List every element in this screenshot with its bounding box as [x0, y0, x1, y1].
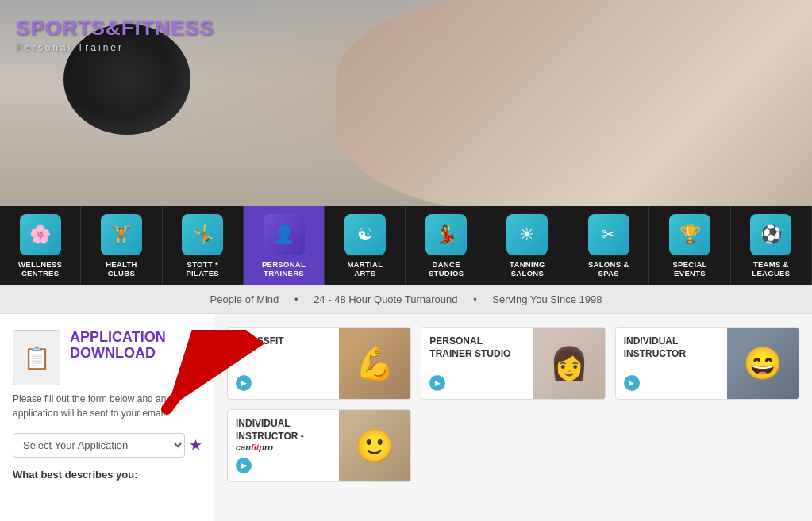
nav-item-personal[interactable]: 👤 PersonalTrainers: [244, 206, 325, 285]
canfit-fit: fit: [251, 442, 259, 452]
right-panel: CrossFit ▶ 💪 PersonalTrainer Studio ▶ 👩: [214, 314, 812, 521]
app-download-description: Please fill out the form below and an ap…: [13, 392, 201, 420]
nav-label-personal: PersonalTrainers: [262, 260, 306, 278]
card-ii-content: IndividualInstructor ▶ 😄: [616, 328, 799, 399]
card-pts-text: PersonalTrainer Studio ▶: [421, 328, 533, 399]
nav-label-salons: Salons &Spas: [588, 260, 629, 278]
nav-label-martial: MartialArts: [347, 260, 383, 278]
select-application[interactable]: Select Your Application CrossFit Persona…: [13, 433, 185, 458]
card-canfit-title: IndividualInstructor -: [236, 418, 331, 442]
crossfit-person-icon: 💪: [355, 345, 394, 382]
brand-ampersand: &: [106, 16, 121, 40]
stott-icon: 🤸: [182, 214, 223, 255]
tanning-icon: ☀: [506, 214, 548, 255]
card-individual-instructor-canfit[interactable]: IndividualInstructor - canfitpro ▶ 🙂: [227, 409, 411, 482]
nav-item-dance[interactable]: 💃 DanceStudios: [406, 206, 487, 285]
card-individual-instructor[interactable]: IndividualInstructor ▶ 😄: [615, 327, 799, 400]
teams-icon: ⚽: [750, 214, 791, 255]
nav-label-tanning: TanningSalons: [510, 260, 545, 278]
main-navigation: 🌸 WellnessCentres 🏋 HealthClubs 🤸 Stott …: [0, 206, 812, 285]
health-icon: 🏋: [101, 214, 142, 255]
card-canfit-image: 🙂: [339, 410, 410, 481]
special-icon: 🏆: [669, 214, 710, 255]
tagline-bar: People of Mind • 24 - 48 Hour Quote Turn…: [0, 285, 812, 314]
brand-logo: Sports&Fitness Personal Trainer: [16, 16, 214, 53]
martial-icon: ☯: [344, 214, 386, 255]
card-crossfit-title: CrossFit: [236, 335, 331, 348]
nav-item-teams[interactable]: ⚽ Teams &Leagues: [731, 206, 812, 285]
tagline-part2: 24 - 48 Hour Quote Turnaround: [314, 293, 457, 305]
brand-fitness: Fitness: [121, 16, 214, 40]
card-crossfit-content: CrossFit ▶ 💪: [228, 328, 410, 399]
nav-label-health: HealthClubs: [106, 260, 137, 278]
hero-arm-image: [336, 0, 812, 206]
nav-item-health[interactable]: 🏋 HealthClubs: [81, 206, 162, 285]
trainer-person-icon: 👩: [549, 345, 589, 382]
instructor-person-icon: 😄: [743, 345, 783, 382]
nav-item-stott[interactable]: 🤸 Stott *Pilates: [163, 206, 244, 285]
card-crossfit[interactable]: CrossFit ▶ 💪: [227, 327, 411, 400]
nav-label-teams: Teams &Leagues: [752, 260, 790, 278]
nav-item-special[interactable]: 🏆 SpecialEvents: [649, 206, 730, 285]
tagline-part3: Serving You Since 1998: [492, 293, 602, 305]
tagline-dot2: •: [473, 293, 477, 305]
card-crossfit-image: 💪: [339, 328, 410, 399]
app-download-title: ApplicationDownload: [70, 330, 166, 362]
required-star: ★: [190, 438, 201, 453]
main-content: 📋 ApplicationDownload Please fill out th…: [0, 314, 812, 521]
personal-icon: 👤: [264, 214, 305, 255]
nav-item-salons[interactable]: ✂ Salons &Spas: [568, 206, 649, 285]
card-canfit-text: IndividualInstructor - canfitpro ▶: [228, 410, 339, 481]
hero-section: Sports&Fitness Personal Trainer: [0, 0, 812, 206]
canfitpro-logo: canfitpro: [236, 442, 331, 452]
wellness-icon: 🌸: [20, 214, 61, 255]
card-ii-text: IndividualInstructor ▶: [616, 328, 727, 399]
card-ii-title: IndividualInstructor: [624, 335, 719, 360]
card-ii-play[interactable]: ▶: [624, 375, 640, 391]
canfit-pro: pro: [259, 442, 273, 452]
nav-item-tanning[interactable]: ☀ TanningSalons: [487, 206, 568, 285]
card-canfit-play[interactable]: ▶: [236, 458, 252, 473]
nav-label-stott: Stott *Pilates: [186, 260, 219, 278]
nav-label-dance: DanceStudios: [429, 260, 464, 278]
card-pts-title: PersonalTrainer Studio: [429, 335, 525, 360]
brand-name: Sports&Fitness: [16, 16, 214, 40]
select-app-row: Select Your Application CrossFit Persona…: [13, 433, 201, 458]
left-panel: 📋 ApplicationDownload Please fill out th…: [0, 314, 214, 521]
card-crossfit-text: CrossFit ▶: [228, 328, 339, 399]
salons-icon: ✂: [588, 214, 629, 255]
clipboard-icon: 📋: [13, 330, 60, 385]
card-pts-content: PersonalTrainer Studio ▶ 👩: [421, 328, 604, 399]
describe-label: What best describes you:: [13, 469, 201, 481]
card-ii-image: 😄: [727, 328, 799, 399]
brand-sports: Sports: [16, 16, 106, 40]
canfit-can: can: [236, 442, 251, 452]
card-personal-trainer-studio[interactable]: PersonalTrainer Studio ▶ 👩: [421, 327, 605, 400]
canfit-person-icon: 🙂: [355, 427, 394, 465]
app-download-header: 📋 ApplicationDownload: [13, 330, 201, 385]
card-crossfit-play[interactable]: ▶: [236, 375, 252, 391]
nav-item-wellness[interactable]: 🌸 WellnessCentres: [0, 206, 81, 285]
card-canfit-content: IndividualInstructor - canfitpro ▶ 🙂: [228, 410, 410, 481]
card-pts-play[interactable]: ▶: [429, 375, 445, 391]
brand-subtitle: Personal Trainer: [16, 42, 214, 53]
nav-label-special: SpecialEvents: [672, 260, 706, 278]
tagline-part1: People of Mind: [210, 293, 279, 305]
card-pts-image: 👩: [533, 328, 605, 399]
nav-label-wellness: WellnessCentres: [18, 260, 62, 278]
tagline-dot1: •: [294, 293, 298, 305]
nav-item-martial[interactable]: ☯ MartialArts: [325, 206, 406, 285]
dance-icon: 💃: [425, 214, 467, 255]
app-download-title-block: ApplicationDownload: [70, 330, 166, 368]
